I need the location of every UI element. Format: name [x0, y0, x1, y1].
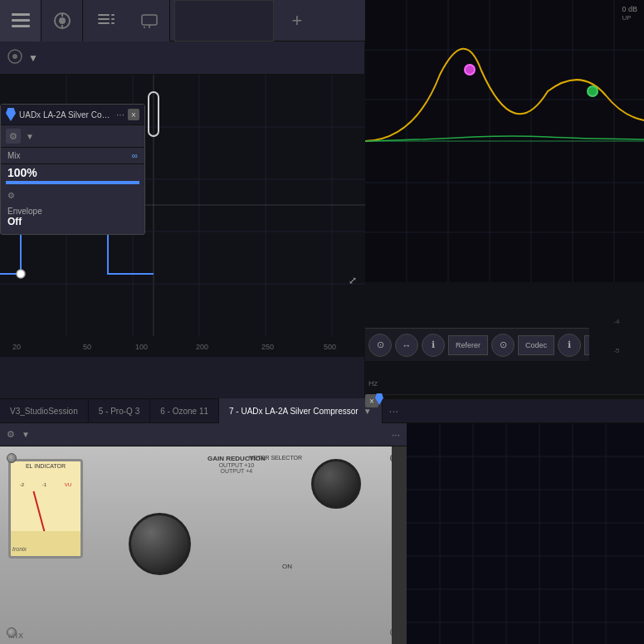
tab-studio-session[interactable]: V3_StudioSession [0, 398, 89, 423]
eq-bottom-sep [365, 394, 644, 399]
chain-row: ▼ [0, 41, 364, 75]
screw-bl [7, 627, 17, 637]
info-icon-1: ℹ [432, 339, 435, 350]
plugin-popup-close[interactable]: × [128, 109, 139, 120]
dither-round-icon: ℹ [568, 339, 571, 350]
compare-button[interactable]: ⊙ [368, 334, 392, 357]
tab-studio-session-label: V3_StudioSession [10, 407, 78, 416]
bottom-right-grid [407, 423, 644, 644]
la2a-gain-reduction-knob[interactable] [311, 459, 361, 509]
bottom-right-panel [407, 423, 644, 644]
expand-icon[interactable]: ⤢ [349, 275, 357, 286]
mix-bar-container [6, 181, 139, 184]
svg-rect-11 [111, 18, 115, 20]
screen-icon[interactable] [129, 0, 170, 41]
flip-button[interactable]: ↔ [395, 334, 418, 357]
output-plus4: OUTPUT +4 [207, 468, 266, 474]
dither-round-button[interactable]: ℹ [558, 334, 581, 357]
chain-icon [7, 48, 23, 67]
flip-icon: ↔ [402, 340, 412, 350]
svg-rect-7 [98, 14, 110, 16]
db-axis: -4 -5 [589, 307, 644, 365]
mix-label: Mix [7, 151, 132, 160]
la2a-plugin-panel: EL INDICATOR -2-1VU tronix GAIN REDUCTIO… [0, 423, 407, 644]
vu-brand: tronix [12, 546, 27, 552]
link-icon[interactable]: ∞ [132, 151, 138, 160]
chain-dropdown[interactable]: ▼ [28, 52, 38, 64]
tab-la2a-dropdown[interactable]: ▼ [363, 407, 372, 416]
svg-rect-12 [111, 22, 115, 24]
plugin-popup-dots[interactable]: ··· [116, 109, 124, 120]
plugin-tool-row: ⚙ ▼ ··· [0, 423, 407, 446]
plugin-popup-title: UADx LA-2A Silver Compre... [19, 110, 113, 120]
codec-label: Codec [525, 341, 547, 349]
capsule-handle[interactable] [148, 91, 159, 137]
mix-bar [6, 181, 139, 184]
tab-more[interactable]: ··· [383, 404, 406, 417]
plugin-popup-header: UADx LA-2A Silver Compre... ··· × [1, 105, 144, 125]
list-icon[interactable] [83, 0, 129, 41]
meter-selector: METER SELECTOR [249, 455, 302, 461]
svg-point-43 [588, 86, 598, 96]
svg-rect-9 [98, 22, 110, 24]
codec-button[interactable]: Codec [518, 335, 554, 355]
db-up: UP [622, 14, 631, 22]
sync-icon[interactable] [41, 0, 83, 41]
hamburger-icon[interactable] [0, 0, 41, 41]
svg-rect-8 [98, 18, 110, 20]
svg-rect-0 [12, 13, 30, 16]
output-plus10: OUTPUT +10 [207, 462, 266, 468]
x-label-250: 250 [261, 343, 274, 351]
svg-rect-10 [111, 14, 115, 16]
envelope-value: Off [7, 216, 138, 227]
db-minus5: -5 [613, 347, 619, 354]
vu-label-top: EL INDICATOR [11, 463, 80, 469]
la2a-body: EL INDICATOR -2-1VU tronix GAIN REDUCTIO… [0, 446, 407, 644]
envelope-section: Envelope Off [1, 203, 144, 234]
chain-dropdown-arrow: ▼ [28, 52, 38, 64]
envelope-label: Envelope [7, 207, 138, 216]
svg-rect-1 [12, 19, 30, 22]
plugin-popup: UADx LA-2A Silver Compre... ··· × ⚙ ▼ Mi… [0, 104, 145, 235]
codec-round-button[interactable]: ⊙ [491, 334, 515, 357]
plugin-tool-gear-icon[interactable]: ⚙ [7, 429, 15, 440]
tab-proq3[interactable]: 5 - Pro-Q 3 [89, 398, 150, 423]
reference-button[interactable]: Referer [448, 335, 488, 355]
on-text: ON [282, 563, 292, 570]
x-axis: 20 50 100 200 250 500 [0, 336, 365, 357]
tab-la2a[interactable]: 7 - UADx LA-2A Silver Compressor ▼ [219, 398, 383, 423]
plugin-tool-dots[interactable]: ··· [392, 429, 400, 441]
la2a-input-knob[interactable] [129, 513, 191, 575]
tab-la2a-label: 7 - UADx LA-2A Silver Compressor [229, 407, 359, 416]
hz-text: Hz [368, 379, 378, 388]
plugin-tool-dropdown[interactable]: ▼ [22, 430, 30, 439]
hz-label: Hz [365, 378, 381, 389]
x-label-50: 50 [83, 343, 91, 351]
db-value: 0 dB [622, 5, 637, 13]
svg-point-29 [17, 270, 25, 278]
x-label-200: 200 [196, 343, 208, 351]
x-label-20: 20 [12, 343, 21, 351]
plugin-toolbar: ⚙ ▼ [1, 125, 144, 148]
tabs-row: V3_StudioSession 5 - Pro-Q 3 6 - Ozone 1… [0, 398, 644, 423]
eq-grid-svg [365, 0, 644, 282]
plugin-mix-row: Mix ∞ [1, 148, 144, 164]
plugin-gear-row: ⚙ [1, 188, 144, 203]
tab-ozone[interactable]: 6 - Ozone 11 [150, 398, 219, 423]
add-button[interactable]: + [281, 4, 314, 37]
codec-round-icon: ⊙ [500, 339, 507, 350]
svg-point-14 [144, 27, 145, 28]
compare-icon: ⊙ [377, 339, 384, 350]
vu-numbers: -2-1VU [11, 482, 80, 487]
svg-rect-13 [142, 15, 157, 25]
x-label-500: 500 [324, 343, 336, 351]
la2a-side-strip [392, 446, 407, 644]
small-gear-icon[interactable]: ⚙ [7, 191, 15, 200]
reference-label: Referer [456, 341, 481, 349]
x-label-100: 100 [135, 343, 148, 351]
meter-selector-label: METER SELECTOR [249, 455, 302, 461]
info-button-1[interactable]: ℹ [422, 334, 445, 357]
plugin-gear-button[interactable]: ⚙ [6, 129, 21, 144]
plugin-arrow-button[interactable]: ▼ [24, 130, 36, 142]
tab-proq3-label: 5 - Pro-Q 3 [99, 407, 139, 416]
